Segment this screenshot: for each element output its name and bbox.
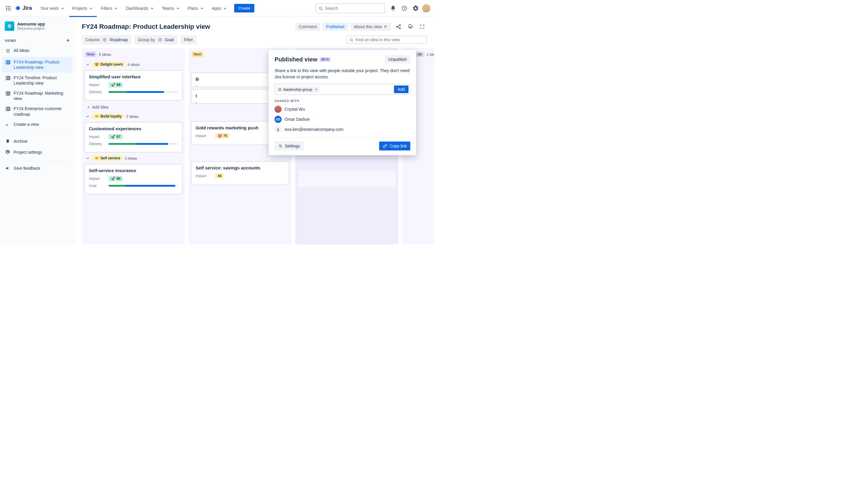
add-idea-button[interactable]: + Add idea (84, 103, 183, 112)
top-navigation: Jira Your work Projects Filters Dashboar… (0, 0, 434, 17)
svg-rect-24 (9, 92, 10, 95)
column-badge: Now (85, 52, 96, 57)
svg-rect-26 (8, 107, 9, 111)
sidebar-all-ideas[interactable]: All ideas (2, 46, 72, 57)
project-sub: Discovery project (17, 26, 45, 31)
popover-settings-button[interactable]: Settings (275, 142, 304, 150)
download-icon[interactable] (406, 22, 415, 31)
nav-your-work[interactable]: Your work (37, 4, 68, 13)
page-title: FY24 Roadmap: Product Leadership view (82, 23, 295, 31)
card-self-service-insurance[interactable]: Self-service insurance Impact 🚀 80 Goal (84, 164, 183, 194)
svg-line-38 (352, 41, 353, 41)
about-button[interactable]: About this view (350, 23, 391, 31)
fullscreen-icon[interactable] (417, 22, 427, 31)
list-icon (5, 48, 11, 55)
notifications-icon[interactable] (389, 4, 398, 13)
search-input[interactable] (325, 6, 382, 11)
published-view-popover: Published view BETA Unpublish Share a li… (269, 50, 416, 155)
target-icon (157, 37, 163, 42)
svg-rect-25 (6, 107, 7, 111)
search-icon (318, 6, 323, 11)
sidebar-enterprise-roadmap[interactable]: FY24 Enterprise customer roadmap (2, 104, 72, 119)
impact-badge: 🚀 80 (108, 176, 123, 181)
copy-link-button[interactable]: Copy link (379, 142, 410, 150)
svg-rect-19 (6, 76, 7, 80)
svg-point-42 (280, 145, 280, 146)
sidebar-create-view[interactable]: + Create a view (2, 119, 72, 131)
target-icon (102, 37, 107, 42)
add-button[interactable]: Add (394, 85, 408, 93)
search-box[interactable] (315, 3, 385, 13)
group-self-service[interactable]: 🤝Self service 3 ideas (84, 154, 183, 162)
svg-rect-8 (9, 9, 10, 10)
impact-badge: 🚀 97 (108, 134, 123, 140)
remove-tag-icon[interactable]: × (314, 87, 319, 92)
board-icon (5, 106, 11, 113)
delivery-progress (108, 143, 178, 145)
svg-point-37 (350, 38, 352, 41)
sidebar-timeline-product[interactable]: FY24 Timeline: Product Leadership view (2, 73, 72, 88)
svg-rect-22 (6, 92, 7, 95)
create-button[interactable]: Create (234, 4, 254, 12)
svg-line-31 (398, 26, 400, 26)
nav-projects[interactable]: Projects (69, 4, 97, 13)
nav-dashboards[interactable]: Dashboards (123, 4, 158, 13)
sidebar-roadmap-product[interactable]: FY24 Roadmap: Product Leadership view (2, 57, 72, 73)
nav-teams[interactable]: Teams (159, 4, 184, 13)
logo-text: Jira (23, 5, 32, 11)
svg-rect-5 (9, 8, 10, 9)
nav-apps[interactable]: Apps (209, 4, 230, 13)
jira-logo[interactable]: Jira (15, 5, 32, 11)
sidebar-project-settings[interactable]: Project settings (2, 147, 72, 158)
group-delight-users[interactable]: 😍Delight users 4 ideas (84, 60, 183, 68)
unpublish-button[interactable]: Unpublish (385, 55, 410, 63)
add-view-icon[interactable]: + (66, 37, 70, 44)
nav-plans[interactable]: Plans (185, 4, 208, 13)
avatar (275, 106, 282, 113)
comment-button[interactable]: Comment (295, 23, 320, 31)
card-self-service-savings[interactable]: Self service: savings accounts Impact 46 (191, 161, 289, 185)
sidebar-roadmap-marketing[interactable]: FY24 Roadmap: Marketing view (2, 88, 72, 104)
groupby-chip[interactable]: Group by Goal (134, 35, 177, 45)
svg-rect-20 (8, 76, 9, 80)
svg-line-32 (398, 27, 400, 28)
column-count: 1 idea (427, 52, 434, 57)
column-chip[interactable]: Column Roadmap (82, 35, 131, 45)
page-header: FY24 Roadmap: Product Leadership view Co… (75, 17, 434, 35)
group-tag[interactable]: leadership-group × (276, 86, 319, 93)
column-now: Now 5 ideas 😍Delight users 4 ideas Simpl… (82, 48, 185, 244)
card-customised-experiences[interactable]: Customised experiences Impact 🚀 97 Deliv… (84, 122, 183, 152)
chevron-down-icon (85, 114, 90, 119)
find-idea-box[interactable] (346, 36, 427, 44)
share-input-row[interactable]: leadership-group × Add (275, 84, 410, 95)
link-icon (383, 144, 388, 148)
column-count: 5 ideas (99, 52, 111, 57)
find-idea-input[interactable] (355, 37, 424, 42)
sidebar-archive[interactable]: Archive (2, 136, 72, 147)
filter-bar: Column Roadmap Group by Goal Filter (75, 35, 434, 47)
svg-line-10 (322, 9, 322, 10)
impact-badge: 🚀 98 (108, 82, 123, 88)
svg-rect-1 (8, 6, 9, 7)
sidebar-give-feedback[interactable]: Give feedback (2, 163, 72, 174)
plus-icon: + (87, 105, 90, 110)
svg-rect-6 (6, 9, 7, 10)
project-name: Awesome app (17, 22, 45, 26)
filter-chip[interactable]: Filter (180, 35, 196, 44)
help-icon[interactable]: ? (400, 4, 409, 13)
published-button[interactable]: Published (322, 23, 348, 31)
group-build-loyalty[interactable]: 🤝Build loyalty 2 ideas (84, 112, 183, 120)
share-icon[interactable] (394, 22, 403, 31)
nav-filters[interactable]: Filters (98, 4, 122, 13)
sidebar: Awesome app Discovery project VIEWS + Al… (0, 17, 75, 244)
svg-point-40 (280, 88, 281, 89)
column-badge: Next (191, 52, 204, 57)
app-switcher-icon[interactable] (4, 4, 13, 13)
svg-rect-3 (6, 8, 7, 9)
user-avatar[interactable] (422, 4, 430, 12)
project-header[interactable]: Awesome app Discovery project (2, 21, 72, 34)
board-icon (5, 75, 11, 82)
views-heading: VIEWS + (2, 34, 72, 46)
card-simplified-ui[interactable]: Simplified user interface Impact 🚀 98 De… (84, 70, 183, 100)
settings-icon[interactable] (411, 4, 421, 13)
